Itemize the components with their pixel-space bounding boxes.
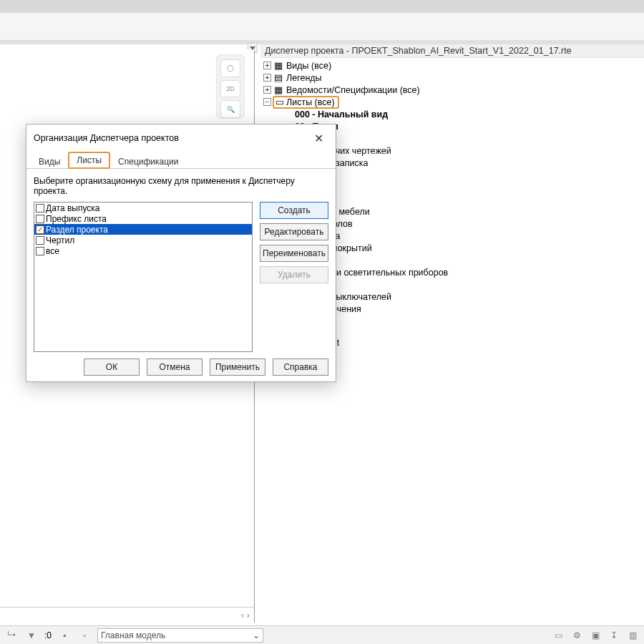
checkbox[interactable]	[36, 225, 44, 234]
help-button[interactable]: Справка	[273, 358, 328, 376]
delete-button: Удалить	[260, 266, 328, 283]
sheets-highlight: ▭ Листы (все)	[273, 96, 339, 109]
legends-icon: ▤	[273, 73, 283, 83]
close-icon[interactable]: ✕	[307, 129, 330, 147]
plus-icon[interactable]: +	[263, 86, 271, 94]
status-icon-d[interactable]: ↧	[607, 629, 621, 642]
list-item[interactable]: Чертил	[34, 235, 252, 245]
tree-label: 000 - Начальный вид	[293, 109, 388, 119]
view-scrollbar-bottom[interactable]: ‹ ›	[0, 607, 254, 623]
tree-label: Ведомости/Спецификации (все)	[285, 85, 420, 95]
apply-button[interactable]: Применить	[210, 358, 265, 376]
tab-views[interactable]: Виды	[31, 154, 68, 169]
status-icon-a[interactable]: ▭	[551, 629, 565, 642]
schedules-icon: ▦	[273, 85, 283, 95]
model-toggle-icon-2[interactable]: ▫	[77, 629, 92, 642]
dialog-tabs: Виды Листы Спецификации	[26, 152, 336, 169]
chevron-left-icon[interactable]: ‹	[241, 610, 244, 620]
tree-label: Листы (все)	[285, 97, 335, 107]
list-item[interactable]: Префикс листа	[34, 213, 252, 224]
tree-sheet-item[interactable]: 000 - Начальный вид	[262, 108, 644, 120]
list-item-label: Префикс листа	[46, 214, 107, 224]
create-button[interactable]: Создать	[260, 202, 328, 219]
sheets-icon: ▭	[274, 97, 285, 107]
tab-sheets[interactable]: Листы	[68, 152, 110, 169]
model-selector-label: Главная модель	[101, 630, 165, 640]
list-item[interactable]: Раздел проекта	[34, 224, 252, 235]
tree-node-views[interactable]: + ▦ Виды (все)	[262, 59, 644, 72]
status-bar: ⮡ ▼ :0 ▪ ▫ Главная модель ⌄ ▭ ⚙ ▣ ↧ ▥	[0, 625, 644, 644]
tree-node-schedules[interactable]: + ▦ Ведомости/Спецификации (все)	[262, 84, 644, 96]
ok-button[interactable]: ОК	[84, 358, 140, 376]
selection-count: :0	[44, 630, 52, 640]
ribbon-strip	[0, 13, 644, 40]
list-item[interactable]: все	[34, 245, 252, 256]
minus-icon[interactable]: −	[263, 98, 271, 106]
filter-icon[interactable]: ▼	[24, 629, 39, 642]
browser-organization-dialog: Организация Диспетчера проектов ✕ Виды Л…	[26, 124, 336, 382]
tab-schedules[interactable]: Спецификации	[110, 154, 186, 169]
list-item[interactable]: Дата выпуска	[34, 203, 252, 213]
tree-node-legends[interactable]: + ▤ Легенды	[262, 72, 644, 84]
tree-label: Легенды	[285, 73, 322, 83]
checkbox[interactable]	[36, 247, 44, 255]
model-selector[interactable]: Главная модель ⌄	[97, 628, 263, 643]
rename-button[interactable]: Переименовать	[260, 245, 328, 262]
list-item-label: Дата выпуска	[46, 203, 99, 213]
plus-icon[interactable]: +	[263, 74, 271, 82]
status-icon-e[interactable]: ▥	[625, 629, 640, 642]
cancel-button[interactable]: Отмена	[147, 358, 203, 376]
nav-2d-icon[interactable]: 2D	[220, 80, 240, 98]
dialog-titlebar[interactable]: Организация Диспетчера проектов ✕	[26, 125, 336, 152]
project-browser-title: Диспетчер проекта - ПРОЕКТ_Shablon_AI_Re…	[260, 44, 644, 58]
nav-wheel-icon[interactable]: ◯	[220, 59, 240, 77]
checkbox[interactable]	[36, 215, 44, 223]
dialog-title: Организация Диспетчера проектов	[34, 133, 179, 143]
tree-node-sheets[interactable]: − ▭ Листы (все)	[262, 96, 644, 108]
list-item-label: все	[46, 246, 59, 256]
plus-icon[interactable]: +	[263, 62, 271, 69]
status-icon-c[interactable]: ▣	[588, 629, 602, 642]
checkbox[interactable]	[36, 236, 44, 245]
status-icon-b[interactable]: ⚙	[570, 629, 584, 642]
edit-button[interactable]: Редактировать	[260, 223, 328, 240]
list-item-label: Чертил	[46, 235, 74, 245]
organization-listbox[interactable]: Дата выпускаПрефикс листаРаздел проектаЧ…	[34, 202, 253, 352]
tree-label: Виды (все)	[285, 61, 331, 71]
nav-zoom-icon[interactable]: 🔍	[220, 100, 240, 118]
model-toggle-icon-1[interactable]: ▪	[57, 629, 72, 642]
views-icon: ▦	[273, 61, 283, 71]
top-toolbar-strip	[0, 0, 644, 13]
list-item-label: Раздел проекта	[46, 225, 108, 235]
dialog-instruction: Выберите организационную схему для приме…	[34, 176, 328, 196]
navigation-bar[interactable]: ◯ 2D 🔍	[216, 54, 245, 119]
chevron-down-icon: ⌄	[253, 630, 260, 640]
chevron-right-icon[interactable]: ›	[247, 610, 250, 620]
select-icon[interactable]: ⮡	[4, 629, 19, 642]
checkbox[interactable]	[36, 204, 44, 213]
